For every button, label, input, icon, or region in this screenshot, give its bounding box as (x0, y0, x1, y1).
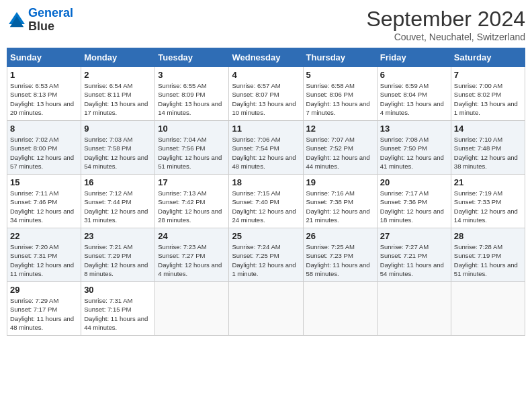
table-row: 28Sunrise: 7:28 AM Sunset: 7:19 PM Dayli… (451, 228, 525, 282)
table-row: 20Sunrise: 7:17 AM Sunset: 7:36 PM Dayli… (377, 175, 451, 228)
day-info: Sunrise: 7:03 AM Sunset: 7:58 PM Dayligh… (84, 135, 152, 171)
table-row (451, 282, 525, 336)
table-row: 7Sunrise: 7:00 AM Sunset: 8:02 PM Daylig… (451, 67, 525, 121)
day-number: 8 (10, 124, 78, 134)
table-row: 18Sunrise: 7:15 AM Sunset: 7:40 PM Dayli… (229, 175, 303, 228)
logo-text: GeneralBlue (28, 7, 73, 34)
day-number: 16 (84, 177, 152, 187)
day-info: Sunrise: 7:28 AM Sunset: 7:19 PM Dayligh… (454, 242, 522, 278)
day-number: 29 (10, 285, 78, 295)
location: Couvet, Neuchatel, Switzerland (366, 32, 525, 42)
calendar-week-row: 8Sunrise: 7:02 AM Sunset: 8:00 PM Daylig… (7, 121, 525, 175)
col-saturday: Saturday (451, 48, 525, 67)
table-row: 5Sunrise: 6:58 AM Sunset: 8:06 PM Daylig… (303, 67, 377, 121)
calendar-week-row: 1Sunrise: 6:53 AM Sunset: 8:13 PM Daylig… (7, 67, 525, 121)
month-title: September 2024 (366, 7, 525, 32)
day-info: Sunrise: 7:21 AM Sunset: 7:29 PM Dayligh… (84, 242, 152, 278)
day-info: Sunrise: 7:06 AM Sunset: 7:54 PM Dayligh… (232, 135, 300, 171)
table-row: 11Sunrise: 7:06 AM Sunset: 7:54 PM Dayli… (229, 121, 303, 175)
calendar-header-row: Sunday Monday Tuesday Wednesday Thursday… (7, 48, 525, 67)
day-number: 1 (10, 70, 78, 80)
table-row: 24Sunrise: 7:23 AM Sunset: 7:27 PM Dayli… (155, 228, 229, 282)
day-number: 2 (84, 70, 152, 80)
table-row (229, 282, 303, 336)
col-tuesday: Tuesday (155, 48, 229, 67)
table-row: 15Sunrise: 7:11 AM Sunset: 7:46 PM Dayli… (7, 175, 81, 228)
day-info: Sunrise: 7:12 AM Sunset: 7:44 PM Dayligh… (84, 189, 152, 224)
day-number: 7 (454, 70, 522, 80)
day-info: Sunrise: 7:31 AM Sunset: 7:15 PM Dayligh… (84, 296, 152, 332)
col-sunday: Sunday (7, 48, 81, 67)
col-friday: Friday (377, 48, 451, 67)
table-row: 6Sunrise: 6:59 AM Sunset: 8:04 PM Daylig… (377, 67, 451, 121)
logo: GeneralBlue (7, 7, 73, 34)
day-info: Sunrise: 6:54 AM Sunset: 8:11 PM Dayligh… (84, 81, 152, 117)
table-row: 19Sunrise: 7:16 AM Sunset: 7:38 PM Dayli… (303, 175, 377, 228)
day-info: Sunrise: 7:11 AM Sunset: 7:46 PM Dayligh… (10, 189, 78, 224)
table-row: 22Sunrise: 7:20 AM Sunset: 7:31 PM Dayli… (7, 228, 81, 282)
day-number: 13 (380, 124, 448, 134)
day-info: Sunrise: 7:29 AM Sunset: 7:17 PM Dayligh… (10, 296, 78, 332)
table-row: 26Sunrise: 7:25 AM Sunset: 7:23 PM Dayli… (303, 228, 377, 282)
day-number: 21 (454, 177, 522, 187)
table-row: 25Sunrise: 7:24 AM Sunset: 7:25 PM Dayli… (229, 228, 303, 282)
table-row: 4Sunrise: 6:57 AM Sunset: 8:07 PM Daylig… (229, 67, 303, 121)
table-row: 3Sunrise: 6:55 AM Sunset: 8:09 PM Daylig… (155, 67, 229, 121)
table-row: 17Sunrise: 7:13 AM Sunset: 7:42 PM Dayli… (155, 175, 229, 228)
table-row: 16Sunrise: 7:12 AM Sunset: 7:44 PM Dayli… (81, 175, 155, 228)
logo-icon (7, 10, 27, 30)
table-row: 21Sunrise: 7:19 AM Sunset: 7:33 PM Dayli… (451, 175, 525, 228)
col-thursday: Thursday (303, 48, 377, 67)
title-block: September 2024 Couvet, Neuchatel, Switze… (366, 7, 525, 42)
day-number: 10 (158, 124, 226, 134)
day-info: Sunrise: 7:00 AM Sunset: 8:02 PM Dayligh… (454, 81, 522, 117)
table-row (303, 282, 377, 336)
table-row: 2Sunrise: 6:54 AM Sunset: 8:11 PM Daylig… (81, 67, 155, 121)
day-info: Sunrise: 7:10 AM Sunset: 7:48 PM Dayligh… (454, 135, 522, 171)
table-row: 30Sunrise: 7:31 AM Sunset: 7:15 PM Dayli… (81, 282, 155, 336)
table-row: 29Sunrise: 7:29 AM Sunset: 7:17 PM Dayli… (7, 282, 81, 336)
day-number: 26 (306, 231, 374, 241)
day-number: 28 (454, 231, 522, 241)
day-number: 9 (84, 124, 152, 134)
day-info: Sunrise: 7:17 AM Sunset: 7:36 PM Dayligh… (380, 189, 448, 224)
day-info: Sunrise: 6:53 AM Sunset: 8:13 PM Dayligh… (10, 81, 78, 117)
day-info: Sunrise: 7:19 AM Sunset: 7:33 PM Dayligh… (454, 189, 522, 224)
day-info: Sunrise: 7:27 AM Sunset: 7:21 PM Dayligh… (380, 242, 448, 278)
day-number: 19 (306, 177, 374, 187)
day-info: Sunrise: 7:20 AM Sunset: 7:31 PM Dayligh… (10, 242, 78, 278)
table-row: 23Sunrise: 7:21 AM Sunset: 7:29 PM Dayli… (81, 228, 155, 282)
day-number: 14 (454, 124, 522, 134)
day-number: 11 (232, 124, 300, 134)
table-row: 8Sunrise: 7:02 AM Sunset: 8:00 PM Daylig… (7, 121, 81, 175)
day-info: Sunrise: 7:04 AM Sunset: 7:56 PM Dayligh… (158, 135, 226, 171)
day-info: Sunrise: 7:16 AM Sunset: 7:38 PM Dayligh… (306, 189, 374, 224)
day-number: 24 (158, 231, 226, 241)
day-info: Sunrise: 6:58 AM Sunset: 8:06 PM Dayligh… (306, 81, 374, 117)
calendar-week-row: 15Sunrise: 7:11 AM Sunset: 7:46 PM Dayli… (7, 175, 525, 228)
table-row (155, 282, 229, 336)
calendar-week-row: 29Sunrise: 7:29 AM Sunset: 7:17 PM Dayli… (7, 282, 525, 336)
day-number: 4 (232, 70, 300, 80)
table-row: 1Sunrise: 6:53 AM Sunset: 8:13 PM Daylig… (7, 67, 81, 121)
day-number: 27 (380, 231, 448, 241)
day-number: 25 (232, 231, 300, 241)
day-number: 3 (158, 70, 226, 80)
day-info: Sunrise: 7:24 AM Sunset: 7:25 PM Dayligh… (232, 242, 300, 278)
day-number: 12 (306, 124, 374, 134)
col-wednesday: Wednesday (229, 48, 303, 67)
day-info: Sunrise: 7:23 AM Sunset: 7:27 PM Dayligh… (158, 242, 226, 278)
day-info: Sunrise: 7:08 AM Sunset: 7:50 PM Dayligh… (380, 135, 448, 171)
calendar-week-row: 22Sunrise: 7:20 AM Sunset: 7:31 PM Dayli… (7, 228, 525, 282)
day-number: 23 (84, 231, 152, 241)
table-row: 27Sunrise: 7:27 AM Sunset: 7:21 PM Dayli… (377, 228, 451, 282)
page-header: GeneralBlue September 2024 Couvet, Neuch… (7, 7, 525, 42)
calendar-table: Sunday Monday Tuesday Wednesday Thursday… (7, 48, 525, 336)
table-row: 9Sunrise: 7:03 AM Sunset: 7:58 PM Daylig… (81, 121, 155, 175)
day-info: Sunrise: 7:07 AM Sunset: 7:52 PM Dayligh… (306, 135, 374, 171)
day-number: 15 (10, 177, 78, 187)
table-row: 14Sunrise: 7:10 AM Sunset: 7:48 PM Dayli… (451, 121, 525, 175)
col-monday: Monday (81, 48, 155, 67)
day-number: 22 (10, 231, 78, 241)
day-number: 30 (84, 285, 152, 295)
